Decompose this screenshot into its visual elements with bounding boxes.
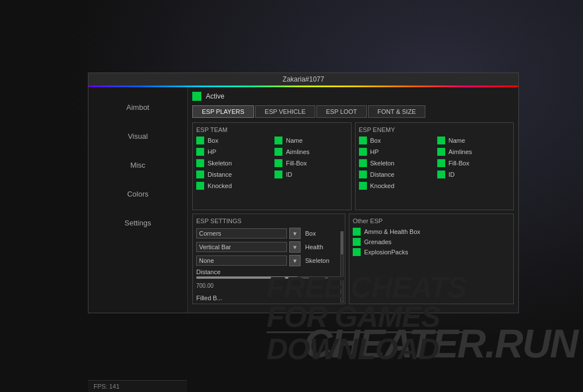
check-aimlines-team: Aimlines xyxy=(274,148,347,156)
check-fillbox-label: Fill-Box xyxy=(286,160,307,167)
watermark: FREE CHEATS FOR GAMES DOWNLOAD xyxy=(267,272,466,364)
check-knocked-enemy: Knocked xyxy=(359,182,432,190)
window-title: Zakaria#1077 xyxy=(282,75,324,83)
active-indicator[interactable] xyxy=(192,92,201,101)
filled-slider-label: Filled B... xyxy=(196,295,222,301)
tab-font-size[interactable]: FONT & SIZE xyxy=(368,105,426,118)
check-skeleton-team: Skeleton xyxy=(196,159,269,167)
none-dropdown-arrow[interactable]: ▼ xyxy=(289,255,301,266)
active-row: Active xyxy=(192,92,514,101)
check-name-indicator[interactable] xyxy=(274,137,282,144)
esp-enemy-panel: ESP ENEMY Box Name HP xyxy=(355,122,514,210)
check-knocked-label: Knocked xyxy=(208,182,232,189)
check-knocked-enemy-indicator[interactable] xyxy=(359,182,367,190)
check-distance-label: Distance xyxy=(208,171,232,178)
check-id-enemy: ID xyxy=(437,171,510,178)
vertbar-dropdown-row: Vertical Bar ▼ Health xyxy=(196,241,341,253)
check-box-label: Box xyxy=(208,137,218,144)
check-distance-enemy: Distance xyxy=(359,171,432,178)
check-hp-enemy: HP xyxy=(359,148,432,156)
scroll-thumb xyxy=(341,232,343,254)
check-id-enemy-label: ID xyxy=(449,171,455,178)
check-aimlines-enemy-indicator[interactable] xyxy=(437,148,445,156)
check-grenades-indicator[interactable] xyxy=(353,238,361,246)
check-skeleton-enemy: Skeleton xyxy=(359,159,432,167)
check-name-enemy-indicator[interactable] xyxy=(437,137,445,144)
check-grenades: Grenades xyxy=(353,238,510,246)
tab-esp-vehicle[interactable]: ESP VEHICLE xyxy=(255,105,315,118)
check-knocked-indicator[interactable] xyxy=(196,182,204,190)
check-name-enemy: Name xyxy=(437,137,510,144)
active-label: Active xyxy=(206,92,225,100)
sidebar: Aimbot Visual Misc Colors Settings xyxy=(88,87,188,313)
corners-dropdown-row: Corners ▼ Box xyxy=(196,228,341,239)
vertbar-dropdown-arrow[interactable]: ▼ xyxy=(289,241,301,253)
check-id-label: ID xyxy=(286,171,292,178)
check-aimlines-indicator[interactable] xyxy=(274,148,282,156)
esp-team-panel: ESP TEAM Box Name HP xyxy=(192,122,352,210)
check-hp-indicator[interactable] xyxy=(196,148,204,156)
esp-team-checks: Box Name HP Aimlines xyxy=(196,137,348,192)
check-name-team: Name xyxy=(274,137,347,144)
check-explosion: ExplosionPacks xyxy=(353,248,510,256)
check-aimlines-enemy-label: Aimlines xyxy=(449,148,472,155)
check-knocked-enemy-label: Knocked xyxy=(370,182,395,189)
sidebar-item-aimbot[interactable]: Aimbot xyxy=(88,93,187,122)
distance-slider-label: Distance xyxy=(196,269,221,275)
panels-row: ESP TEAM Box Name HP xyxy=(192,122,514,210)
check-fillbox-indicator[interactable] xyxy=(274,159,282,167)
check-distance-team: Distance xyxy=(196,171,269,178)
check-id-enemy-indicator[interactable] xyxy=(437,171,445,178)
check-aimlines-enemy: Aimlines xyxy=(437,148,510,156)
check-fillbox-enemy-label: Fill-Box xyxy=(449,160,470,167)
fps-label: FPS: 141 xyxy=(94,383,120,390)
vertbar-dropdown[interactable]: Vertical Bar xyxy=(196,242,287,252)
esp-team-title: ESP TEAM xyxy=(196,126,348,133)
vertbar-label: Health xyxy=(305,244,323,250)
check-skeleton-enemy-label: Skeleton xyxy=(370,160,395,167)
check-distance-indicator[interactable] xyxy=(196,171,204,178)
check-ammo-indicator[interactable] xyxy=(353,228,361,236)
check-box-enemy: Box xyxy=(359,137,432,144)
check-hp-enemy-label: HP xyxy=(370,148,379,155)
tabs-row: ESP PLAYERS ESP VEHICLE ESP LOOT FONT & … xyxy=(192,105,514,118)
sidebar-item-visual[interactable]: Visual xyxy=(88,122,187,151)
check-grenades-label: Grenades xyxy=(364,238,391,245)
check-id-indicator[interactable] xyxy=(274,171,282,178)
none-dropdown[interactable]: None xyxy=(196,255,287,266)
fps-bar: FPS: 141 xyxy=(88,380,187,392)
check-box-indicator[interactable] xyxy=(196,137,204,144)
check-fillbox-enemy: Fill-Box xyxy=(437,159,510,167)
check-explosion-indicator[interactable] xyxy=(353,248,361,256)
check-distance-enemy-indicator[interactable] xyxy=(359,171,367,178)
check-knocked-team: Knocked xyxy=(196,182,269,190)
none-label: Skeleton xyxy=(305,257,329,264)
check-hp-enemy-indicator[interactable] xyxy=(359,148,367,156)
check-name-label: Name xyxy=(286,137,302,144)
watermark-line1: FREE CHEATS xyxy=(267,272,466,302)
check-hp-label: HP xyxy=(208,148,216,155)
tab-esp-loot[interactable]: ESP LOOT xyxy=(316,105,367,118)
check-fillbox-enemy-indicator[interactable] xyxy=(437,159,445,167)
sidebar-item-colors[interactable]: Colors xyxy=(88,180,187,208)
corners-label: Box xyxy=(305,230,316,237)
check-box-enemy-label: Box xyxy=(370,137,381,144)
check-aimlines-label: Aimlines xyxy=(286,148,310,155)
check-id-team: ID xyxy=(274,171,347,178)
watermark-line2: FOR GAMES xyxy=(267,302,466,331)
corners-dropdown[interactable]: Corners xyxy=(196,228,287,238)
check-skeleton-indicator[interactable] xyxy=(196,159,204,167)
check-ammo: Ammo & Health Box xyxy=(353,228,510,236)
check-box-enemy-indicator[interactable] xyxy=(359,137,367,144)
tab-esp-players[interactable]: ESP PLAYERS xyxy=(192,105,254,118)
check-skeleton-enemy-indicator[interactable] xyxy=(359,159,367,167)
check-distance-enemy-label: Distance xyxy=(370,171,395,178)
title-bar: Zakaria#1077 xyxy=(88,73,518,86)
corners-dropdown-arrow[interactable]: ▼ xyxy=(289,228,301,239)
sidebar-item-misc[interactable]: Misc xyxy=(88,151,187,180)
check-explosion-label: ExplosionPacks xyxy=(364,249,408,255)
distance-slider-value: 700.00 xyxy=(196,283,214,289)
check-ammo-label: Ammo & Health Box xyxy=(364,228,420,235)
other-esp-title: Other ESP xyxy=(353,218,510,224)
sidebar-item-settings[interactable]: Settings xyxy=(88,208,187,237)
